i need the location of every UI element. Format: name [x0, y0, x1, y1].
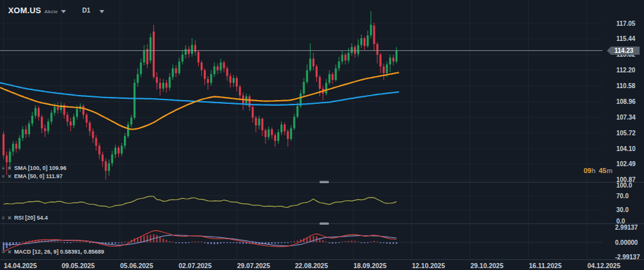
indicator-remove-icon[interactable]: ✕: [8, 215, 12, 221]
svg-text:16.11.2025: 16.11.2025: [529, 262, 562, 269]
countdown-minutes-unit: m: [606, 167, 613, 174]
svg-text:22.08.2025: 22.08.2025: [295, 262, 328, 269]
candle-countdown: 09h45m: [584, 167, 613, 174]
price-chart-canvas[interactable]: 117.05115.44113.82112.20110.58108.96107.…: [0, 0, 644, 270]
indicator-remove-icon[interactable]: ✕: [8, 166, 12, 171]
svg-text:-2.99137: -2.99137: [615, 254, 640, 261]
trading-chart-window: 117.05115.44113.82112.20110.58108.96107.…: [0, 0, 644, 270]
svg-text:112.20: 112.20: [616, 67, 635, 74]
countdown-hours-unit: h: [591, 167, 596, 174]
timeframe-label: D1: [82, 7, 91, 14]
svg-text:02.07.2025: 02.07.2025: [179, 262, 212, 269]
grid-lines: [0, 0, 644, 260]
svg-text:05.06.2025: 05.06.2025: [120, 262, 153, 269]
asset-class-label: Akcie: [44, 9, 57, 14]
svg-text:108.96: 108.96: [616, 98, 636, 105]
svg-text:14.04.2025: 14.04.2025: [4, 262, 37, 269]
svg-text:0.0: 0.0: [616, 218, 625, 225]
indicator-remove-icon[interactable]: ✕: [8, 174, 12, 179]
svg-text:09.05.2025: 09.05.2025: [62, 262, 95, 269]
timeframe-selector[interactable]: D1: [82, 7, 104, 14]
indicator-remove-icon[interactable]: ✕: [8, 249, 12, 255]
svg-text:2.99137: 2.99137: [615, 224, 638, 231]
current-price-tag: 114.23: [607, 47, 640, 55]
candles-layer: [3, 11, 397, 180]
indicator-settings-icon[interactable]: ≡: [2, 215, 5, 221]
svg-text:70.0: 70.0: [616, 193, 629, 200]
svg-text:117.05: 117.05: [616, 20, 635, 27]
svg-text:107.34: 107.34: [616, 114, 636, 121]
rsi-line: [4, 196, 397, 208]
svg-text:104.10: 104.10: [616, 145, 636, 152]
svg-text:18.09.2025: 18.09.2025: [353, 262, 387, 269]
time-axis-labels: 14.04.202509.05.202505.06.202502.07.2025…: [4, 262, 621, 269]
pane-resize-handle[interactable]: [319, 181, 329, 184]
ema-indicator-legend: ≡ ✕ EMA [50, 0] 111.97: [2, 173, 63, 179]
svg-text:105.72: 105.72: [616, 130, 636, 137]
rsi-indicator-label: RSI [20] 54.4: [14, 215, 48, 221]
svg-text:12.10.2025: 12.10.2025: [412, 262, 445, 269]
countdown-hours: 09: [584, 167, 591, 174]
sma-indicator-label: SMA [100, 0] 109.96: [14, 165, 66, 171]
svg-text:115.44: 115.44: [616, 35, 635, 42]
svg-text:0.00000: 0.00000: [615, 239, 638, 246]
rsi-indicator-legend: ≡ ✕ RSI [20] 54.4: [2, 215, 48, 221]
indicator-settings-icon[interactable]: ≡: [2, 174, 5, 179]
countdown-minutes: 45: [599, 167, 606, 174]
svg-text:29.07.2025: 29.07.2025: [237, 262, 270, 269]
chevron-down-icon: [99, 10, 104, 13]
ema-indicator-label: EMA [50, 0] 111.97: [14, 173, 62, 179]
svg-text:30.0: 30.0: [616, 206, 629, 213]
macd-indicator-label: MACD [12, 26, 9] 0.58391, 0.85689: [14, 249, 104, 255]
macd-indicator-legend: ≡ ✕ MACD [12, 26, 9] 0.58391, 0.85689: [2, 249, 104, 255]
pane-resize-handle[interactable]: [319, 223, 329, 225]
chart-header: XOM.US Akcie D1: [8, 6, 104, 15]
chevron-down-icon: [61, 10, 66, 13]
svg-text:114.23: 114.23: [614, 47, 633, 54]
symbol-selector[interactable]: XOM.US Akcie: [8, 6, 66, 15]
indicator-settings-icon[interactable]: ≡: [2, 166, 5, 171]
svg-text:04.12.2025: 04.12.2025: [587, 262, 621, 269]
indicator-settings-icon[interactable]: ≡: [2, 249, 5, 255]
svg-text:100.0: 100.0: [616, 182, 632, 189]
svg-text:29.10.2025: 29.10.2025: [470, 262, 504, 269]
svg-text:110.58: 110.58: [616, 82, 635, 89]
moving-averages: [1, 72, 399, 129]
price-axis-labels: 117.05115.44113.82112.20110.58108.96107.…: [615, 20, 640, 261]
svg-text:102.49: 102.49: [616, 160, 636, 167]
symbol-name: XOM.US: [8, 6, 41, 15]
sma-indicator-legend: ≡ ✕ SMA [100, 0] 109.96: [2, 165, 67, 171]
